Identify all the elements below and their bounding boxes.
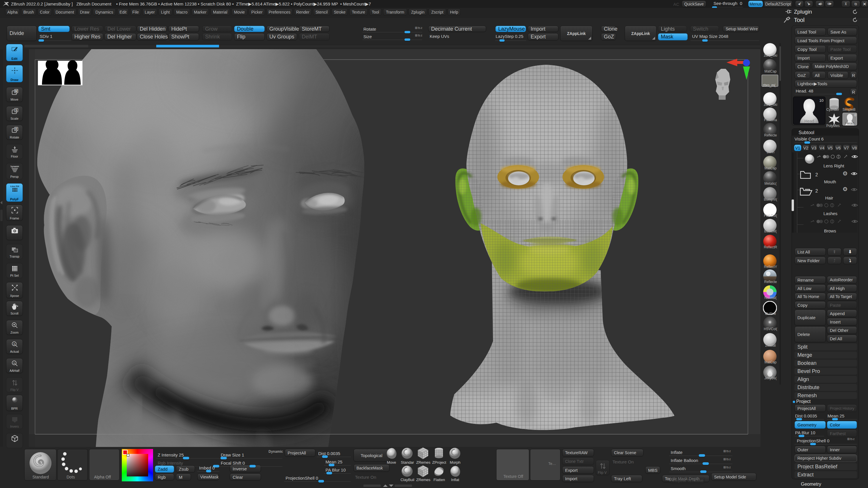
svg-text:1: 1 xyxy=(13,343,15,346)
svg-text:R: R xyxy=(15,128,18,131)
svg-text:½: ½ xyxy=(13,362,16,364)
svg-text:Dynamic: Dynamic xyxy=(10,165,19,168)
svg-text:Line Fill: Line Fill xyxy=(10,185,19,188)
svg-text:M: M xyxy=(15,90,18,93)
svg-text:S: S xyxy=(16,109,18,112)
